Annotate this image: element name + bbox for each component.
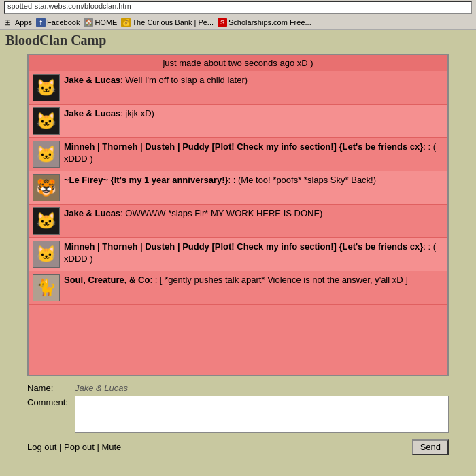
message-content: Soul, Creature, & Co: : [ *gently pushes…	[64, 274, 443, 286]
bookmarks-bar: ⊞ Apps f Facebook 🏠 HOME 💰 The Curious B…	[4, 15, 472, 30]
chat-messages[interactable]: just made about two seconds ago xD ) 🐱Ja…	[29, 55, 447, 375]
message-content: Minneh | Thorneh | Dusteh | Puddy [Plot!…	[64, 141, 443, 165]
apps-icon: ⊞	[4, 18, 14, 27]
url-bar[interactable]: spotted-star.webs.com/bloodclan.htm	[4, 1, 472, 14]
message-row: 🐱Jake & Lucas: OWWWW *slaps Fir* MY WORK…	[29, 205, 447, 238]
popout-link[interactable]: Pop out	[64, 442, 95, 452]
comment-input[interactable]	[75, 396, 449, 433]
mute-link[interactable]: Mute	[101, 442, 121, 452]
message-row: 🐱Minneh | Thorneh | Dusteh | Puddy [Plot…	[29, 138, 447, 171]
message-row: 🐱Jake & Lucas: Well I'm off to slap a ch…	[29, 71, 447, 105]
logout-link[interactable]: Log out	[27, 442, 56, 452]
message-content: ~Le Firey~ {It's my 1 year anniversary!}…	[64, 174, 443, 186]
comment-label: Comment:	[27, 396, 75, 407]
comment-wrapper	[75, 396, 449, 435]
form-actions: Log out | Pop out | Mute Send	[27, 439, 449, 455]
name-label: Name:	[27, 383, 75, 393]
avatar: 🐱	[33, 207, 60, 235]
message-row: 🐱Minneh | Thorneh | Dusteh | Puddy [Plot…	[29, 238, 447, 271]
page-title: BloodClan Camp	[0, 30, 476, 51]
message-content: Jake & Lucas: Well I'm off to slap a chi…	[64, 74, 443, 86]
avatar: 🐯	[33, 174, 60, 201]
avatar: 🐱	[33, 141, 60, 168]
facebook-icon: f	[36, 18, 46, 27]
message-row: 🐯~Le Firey~ {It's my 1 year anniversary!…	[29, 171, 447, 205]
action-links: Log out | Pop out | Mute	[27, 442, 121, 452]
message-content: Jake & Lucas: OWWWW *slaps Fir* MY WORK …	[64, 207, 443, 220]
bookmark-scholarships[interactable]: S Scholarships.com Free...	[218, 18, 311, 27]
bookmark-bank[interactable]: 💰 The Curious Bank | Pe...	[121, 18, 214, 27]
avatar: 🐱	[33, 241, 60, 268]
send-button[interactable]: Send	[412, 439, 449, 455]
scholarships-icon: S	[218, 18, 227, 27]
name-row: Name: Jake & Lucas	[27, 383, 449, 393]
message-content: Jake & Lucas: jkjk xD)	[64, 107, 443, 120]
chat-box: just made about two seconds ago xD ) 🐱Ja…	[27, 54, 449, 376]
bookmark-apps[interactable]: ⊞ Apps	[4, 18, 32, 27]
top-message: just made about two seconds ago xD )	[29, 55, 447, 71]
bookmark-facebook[interactable]: f Facebook	[36, 18, 80, 27]
browser-bar: spotted-star.webs.com/bloodclan.htm ⊞ Ap…	[0, 0, 476, 30]
message-row: 🐈Soul, Creature, & Co: : [ *gently pushe…	[29, 271, 447, 305]
avatar: 🐱	[33, 107, 60, 135]
message-row: 🐱Jake & Lucas: jkjk xD)	[29, 105, 447, 138]
separator1: |	[59, 442, 64, 452]
home-icon: 🏠	[84, 18, 93, 27]
messages-container: 🐱Jake & Lucas: Well I'm off to slap a ch…	[29, 71, 447, 305]
main-content: just made about two seconds ago xD ) 🐱Ja…	[0, 51, 476, 379]
nav-bar: spotted-star.webs.com/bloodclan.htm	[4, 0, 472, 15]
bank-icon: 💰	[121, 18, 131, 27]
bookmark-home[interactable]: 🏠 HOME	[84, 18, 117, 27]
message-content: Minneh | Thorneh | Dusteh | Puddy [Plot!…	[64, 241, 443, 265]
name-value: Jake & Lucas	[75, 383, 128, 393]
avatar: 🐈	[33, 274, 60, 301]
chat-form: Name: Jake & Lucas Comment: Log out | Po…	[0, 379, 476, 459]
comment-area: Comment:	[27, 396, 449, 435]
avatar: 🐱	[33, 74, 60, 101]
